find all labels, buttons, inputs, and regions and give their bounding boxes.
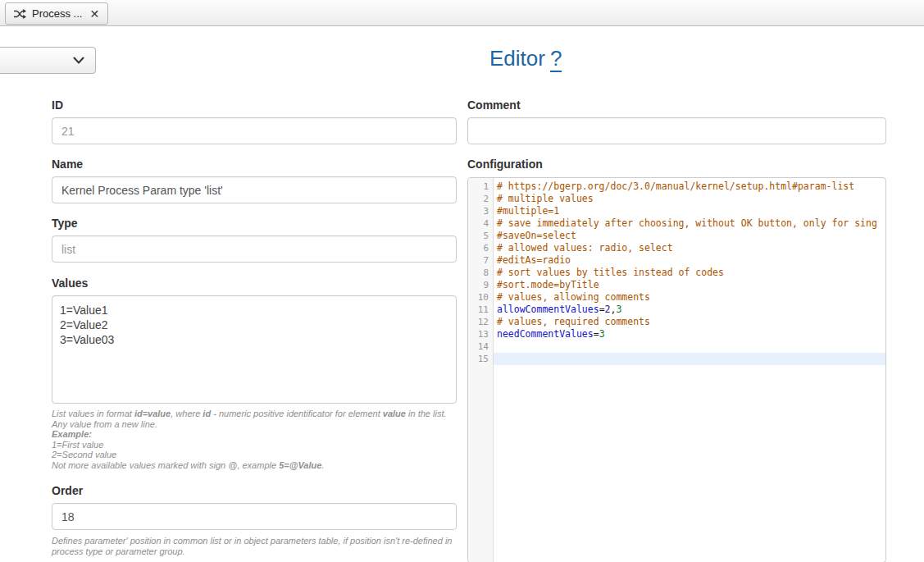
page-title: Editor? — [489, 46, 562, 71]
comment-field[interactable] — [467, 117, 886, 144]
name-label: Name — [52, 158, 83, 171]
line-number: 15 — [468, 353, 493, 365]
line-number: 4 — [468, 217, 493, 230]
code-line[interactable]: # sort values by titles instead of codes — [494, 267, 885, 279]
tab-bar: Process ... ✕ — [0, 0, 924, 26]
page-title-text: Editor — [489, 46, 545, 71]
values-textarea[interactable]: 1=Value1 2=Value2 3=Value03 — [52, 295, 457, 404]
tab-process[interactable]: Process ... ✕ — [5, 2, 108, 25]
line-number: 11 — [468, 304, 493, 316]
code-line[interactable]: # https://bgerp.org/doc/3.0/manual/kerne… — [494, 180, 885, 193]
code-line[interactable]: # values, allowing comments — [494, 291, 885, 304]
code-line[interactable]: # allowed values: radio, select — [494, 242, 885, 254]
configuration-editor[interactable]: 123456789101112131415 # https://bgerp.or… — [467, 177, 886, 562]
code-line[interactable]: #editAs=radio — [494, 254, 885, 267]
code-line[interactable]: # save immediately after choosing, witho… — [494, 217, 885, 230]
id-field[interactable] — [52, 117, 457, 144]
line-number: 6 — [468, 242, 493, 254]
line-number: 14 — [468, 340, 493, 353]
code-line[interactable] — [494, 340, 885, 353]
editor-code[interactable]: # https://bgerp.org/doc/3.0/manual/kerne… — [494, 178, 885, 562]
type-label: Type — [52, 217, 78, 230]
order-help-text: Defines parameter' position in common li… — [52, 536, 463, 556]
preset-select[interactable] — [0, 47, 96, 74]
type-field[interactable] — [52, 235, 457, 263]
editor-page: Process ... ✕ Editor? ID Name Type Value… — [0, 0, 924, 562]
code-line[interactable]: needCommentValues=3 — [494, 328, 885, 340]
tab-title: Process ... — [32, 7, 82, 20]
line-number: 8 — [468, 267, 493, 279]
code-line[interactable] — [494, 353, 885, 365]
line-number: 10 — [468, 291, 493, 304]
editor-gutter: 123456789101112131415 — [468, 178, 494, 562]
line-number: 2 — [468, 193, 493, 205]
id-label: ID — [52, 98, 63, 112]
values-help-text: List values in format id=value, where id… — [52, 409, 463, 470]
line-number: 1 — [468, 180, 493, 193]
tab-close-icon[interactable]: ✕ — [88, 7, 99, 21]
code-line[interactable]: allowCommentValues=2,3 — [494, 304, 885, 316]
comment-label: Comment — [467, 98, 521, 112]
line-number: 3 — [468, 205, 493, 217]
code-line[interactable]: # multiple values — [494, 193, 885, 205]
line-number: 9 — [468, 279, 493, 291]
configuration-label: Configuration — [467, 158, 543, 171]
order-field[interactable] — [52, 503, 457, 530]
line-number: 13 — [468, 328, 493, 340]
line-number: 12 — [468, 316, 493, 328]
name-field[interactable] — [52, 176, 457, 203]
chevron-down-icon — [72, 56, 85, 65]
line-number: 5 — [468, 230, 493, 242]
order-label: Order — [52, 484, 83, 497]
code-line[interactable]: #saveOn=select — [494, 230, 885, 242]
code-line[interactable]: #sort.mode=byTitle — [494, 279, 885, 291]
code-line[interactable]: #multiple=1 — [494, 205, 885, 217]
code-line[interactable]: # values, required comments — [494, 316, 885, 328]
help-link[interactable]: ? — [550, 46, 562, 72]
line-number: 7 — [468, 254, 493, 267]
values-label: Values — [52, 276, 88, 290]
shuffle-icon — [14, 9, 26, 19]
